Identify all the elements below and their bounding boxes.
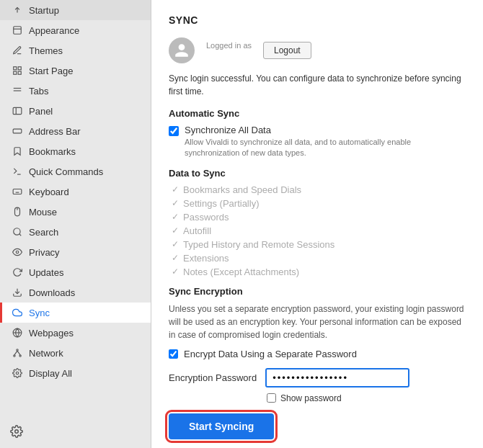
updates-icon [12,266,23,278]
search-icon [12,226,23,238]
data-item-row: ✓Settings (Partially) [172,198,466,209]
appearance-icon [12,24,23,36]
data-item-row: ✓Notes (Except Attachments) [172,266,466,277]
sidebar-item-label-sync: Sync [29,308,50,318]
username [206,50,252,60]
settings-gear-button[interactable] [6,421,27,442]
sync-encryption-title: Sync Encryption [169,286,466,297]
sidebar-item-search[interactable]: Search [0,222,151,242]
logged-in-label: Logged in as [206,41,252,50]
automatic-sync-title: Automatic Sync [169,108,466,119]
sidebar-item-webpages[interactable]: Webpages [0,323,151,343]
logged-in-info: Logged in as [206,41,252,60]
sidebar-item-appearance[interactable]: Appearance [0,20,151,40]
sidebar-item-bookmarks[interactable]: Bookmarks [0,141,151,161]
sidebar-item-label-tabs: Tabs [29,86,48,97]
sidebar-item-label-panel: Panel [29,106,53,117]
sidebar-item-label-bookmarks: Bookmarks [29,146,76,157]
sidebar-item-startup[interactable]: Startup [0,0,151,20]
sidebar-item-downloads[interactable]: Downloads [0,282,151,303]
svg-point-20 [14,228,20,235]
start-syncing-button[interactable]: Start Syncing [169,413,274,439]
downloads-icon [12,287,23,298]
sidebar: StartupAppearanceThemesStart PageTabsPan… [0,0,151,448]
svg-point-32 [15,430,19,434]
address-bar-icon [12,125,23,137]
checkmark-icon: ✓ [172,198,179,208]
page-title: SYNC [169,14,466,26]
sidebar-item-mouse[interactable]: Mouse [0,202,151,222]
svg-point-31 [16,372,19,375]
sidebar-item-label-keyboard: Keyboard [29,187,69,197]
svg-point-22 [16,251,19,254]
startup-icon [12,4,23,16]
user-row: Logged in as Logout [169,37,466,63]
sidebar-item-start-page[interactable]: Start Page [0,61,151,81]
svg-rect-3 [14,67,17,70]
show-password-label: Show password [280,393,342,403]
checkmark-icon: ✓ [172,225,179,236]
themes-icon [12,45,23,56]
svg-rect-1 [14,27,22,35]
sidebar-item-quick-commands[interactable]: Quick Commands [0,161,151,182]
sync-all-data-desc: Allow Vivaldi to synchronize all data, a… [185,137,466,159]
encryption-password-input[interactable] [265,368,409,387]
sidebar-item-label-search: Search [29,227,58,238]
svg-line-30 [17,351,20,355]
sidebar-item-network[interactable]: Network [0,343,151,363]
sidebar-item-label-startup: Startup [29,5,59,16]
show-password-checkbox[interactable] [267,393,276,403]
checkmark-icon: ✓ [172,253,179,263]
password-row: Encryption Password [169,368,466,387]
main-content: SYNC Logged in as Logout Sync login succ… [151,0,483,448]
sync-success-message: Sync login successful. You can configure… [169,72,466,98]
svg-rect-4 [18,67,21,70]
data-item-row: ✓Autofill [172,225,466,236]
svg-point-27 [14,355,15,357]
sync-all-data-checkbox[interactable] [169,126,179,136]
svg-rect-9 [13,107,22,114]
show-password-row: Show password [267,393,466,403]
svg-point-28 [19,355,21,357]
sidebar-item-privacy[interactable]: Privacy [0,242,151,262]
encrypt-checkbox-row: Encrypt Data Using a Separate Password [169,349,466,359]
sidebar-item-label-quick-commands: Quick Commands [29,166,103,177]
start-page-icon [12,65,23,76]
sidebar-item-label-downloads: Downloads [29,287,75,298]
sidebar-item-keyboard[interactable]: Keyboard [0,182,151,202]
avatar [169,37,195,63]
data-item-label: Settings (Partially) [183,198,259,209]
checkmark-icon: ✓ [172,184,179,194]
data-item-label: Notes (Except Attachments) [183,266,299,277]
encrypt-data-checkbox[interactable] [169,349,178,359]
data-item-row: ✓Passwords [172,212,466,223]
sync-all-data-label: Synchronize All Data [185,125,466,135]
sidebar-item-themes[interactable]: Themes [0,40,151,61]
bookmarks-icon [12,145,23,157]
data-item-label: Typed History and Remote Sessions [183,239,334,250]
data-item-row: ✓Bookmarks and Speed Dials [172,184,466,195]
svg-line-29 [14,351,17,355]
sidebar-item-display-all[interactable]: Display All [0,363,151,383]
sidebar-item-label-mouse: Mouse [29,207,57,218]
svg-point-26 [17,349,18,351]
sidebar-item-panel[interactable]: Panel [0,101,151,121]
sidebar-item-address-bar[interactable]: Address Bar [0,121,151,141]
sidebar-item-label-address-bar: Address Bar [29,126,81,137]
sync-all-data-row: Synchronize All Data Allow Vivaldi to sy… [169,125,466,159]
data-item-label: Bookmarks and Speed Dials [183,184,301,195]
encryption-desc: Unless you set a separate encryption pas… [169,303,466,341]
tabs-icon [12,85,23,97]
sidebar-item-label-network: Network [29,348,63,359]
sidebar-bottom [0,415,151,448]
sidebar-item-tabs[interactable]: Tabs [0,81,151,101]
panel-icon [12,105,23,117]
data-item-label: Extensions [183,253,229,264]
logout-button[interactable]: Logout [263,42,311,59]
sidebar-item-label-display-all: Display All [29,368,72,379]
sidebar-item-label-appearance: Appearance [29,25,79,36]
checkmark-icon: ✓ [172,212,179,222]
sidebar-item-updates[interactable]: Updates [0,262,151,282]
sidebar-item-sync[interactable]: Sync [0,303,151,323]
data-to-sync-title: Data to Sync [169,168,466,179]
